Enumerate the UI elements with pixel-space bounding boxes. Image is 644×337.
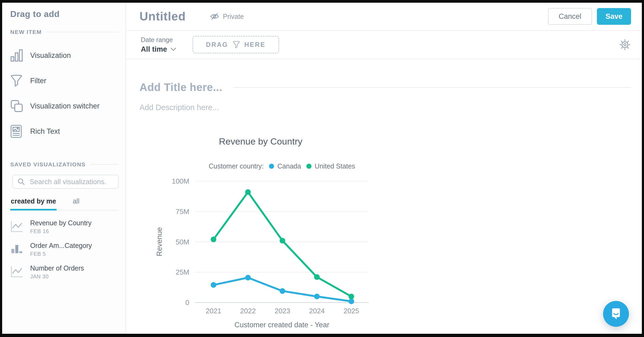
- new-item-label: Visualization switcher: [30, 102, 100, 110]
- dashboard-title[interactable]: Untitled: [139, 10, 186, 23]
- sidebar: Drag to add NEW ITEM Visualization: [2, 3, 126, 334]
- new-item-label: Rich Text: [30, 127, 60, 136]
- date-range-dropdown[interactable]: All time: [141, 45, 176, 54]
- chat-bubble-icon: [610, 307, 622, 320]
- cancel-button[interactable]: Cancel: [548, 8, 592, 25]
- saved-item-title: Order Am...Category: [30, 242, 92, 250]
- canvas-title-placeholder[interactable]: Add Title here...: [139, 81, 222, 93]
- line-chart-icon: [10, 221, 25, 233]
- saved-item-date: FEB 5: [30, 251, 92, 257]
- new-item-section-label: NEW ITEM: [10, 29, 42, 35]
- chart-card[interactable]: Revenue by Country Customer country: Can…: [152, 136, 388, 329]
- dashboard-settings-button[interactable]: [619, 38, 631, 51]
- legend-dot: [269, 164, 274, 169]
- saved-item-revenue-by-country[interactable]: Revenue by Country FEB 16: [10, 215, 119, 238]
- legend-prefix-label: Customer country:: [209, 162, 264, 170]
- saved-item-date: JAN 30: [30, 273, 84, 280]
- x-axis-title: Customer created date - Year: [163, 321, 400, 329]
- chart-legend-entries: CanadaUnited States: [269, 162, 355, 170]
- saved-item-order-amount-category[interactable]: Order Am...Category FEB 5: [10, 238, 119, 261]
- canvas-description-placeholder[interactable]: Add Description here...: [139, 103, 631, 112]
- app-window: Drag to add NEW ITEM Visualization: [2, 3, 642, 334]
- visualization-search-box: [12, 175, 119, 189]
- saved-tabs: created by me all: [10, 195, 119, 210]
- here-word: HERE: [244, 41, 266, 48]
- sidebar-title: Drag to add: [10, 9, 119, 19]
- legend-entry[interactable]: Canada: [269, 162, 301, 170]
- bar-chart-icon: [10, 243, 25, 255]
- saved-item-title: Number of Orders: [30, 264, 84, 272]
- canvas-title-row: Add Title here...: [139, 81, 631, 93]
- date-range-value: All time: [141, 45, 167, 54]
- tab-created-by-me[interactable]: created by me: [10, 195, 57, 210]
- new-item-list: Visualization Filter Visualization sw: [10, 43, 119, 144]
- new-item-visualization-switcher[interactable]: Visualization switcher: [10, 93, 119, 119]
- section-divider: [90, 164, 119, 165]
- chat-launcher-button[interactable]: [603, 301, 629, 327]
- line-chart-icon: [10, 266, 25, 278]
- new-item-section-header: NEW ITEM: [10, 29, 119, 35]
- main-panel: Untitled Private Cancel Save Date range …: [126, 3, 642, 334]
- svg-text:50M: 50M: [176, 238, 189, 246]
- new-item-label: Filter: [30, 77, 46, 85]
- save-button[interactable]: Save: [597, 8, 631, 25]
- layers-icon: [10, 100, 24, 113]
- gear-icon: [619, 38, 631, 51]
- new-item-rich-text[interactable]: Rich Text: [10, 119, 119, 144]
- privacy-label: Private: [223, 13, 244, 20]
- chart-title: Revenue by Country: [152, 136, 388, 147]
- saved-item-date: FEB 16: [30, 228, 92, 234]
- legend-entry[interactable]: United States: [306, 162, 355, 170]
- funnel-small-icon: [233, 41, 240, 49]
- bar-chart-outline-icon: [10, 49, 24, 62]
- date-range-label: Date range: [141, 36, 176, 44]
- svg-text:2024: 2024: [309, 307, 325, 315]
- dashboard-header: Untitled Private Cancel Save: [126, 3, 642, 31]
- chart-legend: Customer country: CanadaUnited States: [163, 162, 400, 170]
- eye-off-icon: [210, 12, 219, 20]
- tab-all[interactable]: all: [72, 195, 80, 210]
- svg-text:75M: 75M: [176, 208, 189, 216]
- filter-drop-zone[interactable]: DRAG HERE: [192, 36, 279, 54]
- new-item-label: Visualization: [30, 51, 71, 60]
- svg-text:25M: 25M: [176, 268, 189, 276]
- drag-word: DRAG: [206, 41, 228, 48]
- privacy-badge[interactable]: Private: [210, 12, 244, 20]
- section-divider: [46, 32, 119, 32]
- date-range-control: Date range All time: [141, 36, 176, 54]
- title-divider-line: [233, 87, 631, 88]
- saved-item-title: Revenue by Country: [30, 219, 92, 227]
- funnel-icon: [10, 74, 24, 87]
- filter-bar: Date range All time DRAG HERE: [126, 31, 642, 59]
- new-item-visualization[interactable]: Visualization: [10, 43, 119, 68]
- search-icon: [17, 178, 25, 186]
- svg-text:2025: 2025: [344, 307, 359, 315]
- svg-text:Revenue: Revenue: [155, 227, 163, 256]
- saved-item-number-of-orders[interactable]: Number of Orders JAN 30: [10, 261, 119, 283]
- svg-text:100M: 100M: [172, 177, 189, 185]
- saved-visualization-list: Revenue by Country FEB 16 Order Am...Cat…: [10, 215, 119, 283]
- new-item-filter[interactable]: Filter: [10, 68, 119, 93]
- svg-text:2022: 2022: [240, 307, 256, 315]
- svg-text:2021: 2021: [206, 307, 221, 315]
- legend-entry-label: Canada: [277, 162, 301, 170]
- saved-section-label: SAVED VISUALIZATIONS: [10, 161, 86, 168]
- legend-dot: [306, 164, 312, 169]
- revenue-chart-svg: 025M50M75M100M20212022202320242025Revenu…: [152, 174, 388, 317]
- search-input[interactable]: [29, 177, 114, 186]
- svg-text:0: 0: [186, 299, 189, 307]
- rich-text-icon: [10, 125, 24, 138]
- dashboard-canvas: Add Title here... Add Description here..…: [126, 59, 642, 334]
- saved-section-header: SAVED VISUALIZATIONS: [10, 161, 119, 168]
- legend-entry-label: United States: [315, 162, 355, 170]
- chevron-down-icon: [170, 47, 176, 51]
- svg-text:2023: 2023: [275, 307, 290, 315]
